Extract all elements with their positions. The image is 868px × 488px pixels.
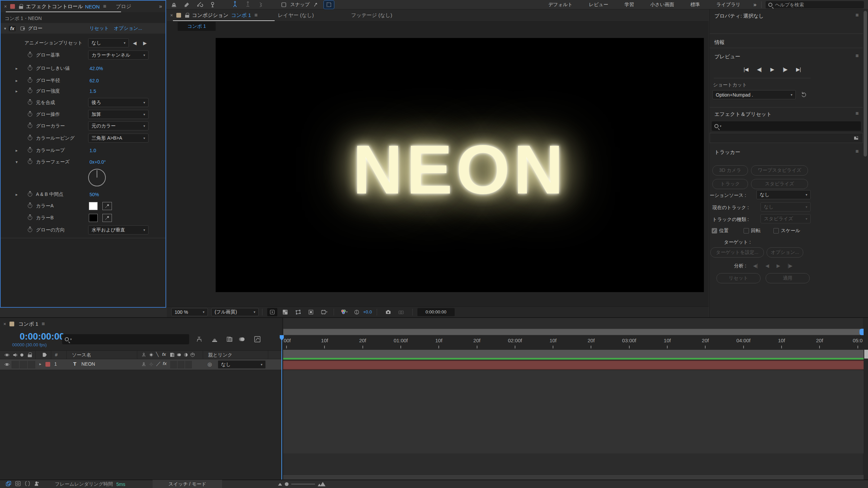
glow-colors-dropdown[interactable]: 元のカラー▾ [88,121,149,130]
parent-link-dropdown[interactable]: なし▾ [218,360,266,369]
motion-blur-icon[interactable] [238,336,245,344]
exposure-value[interactable]: +0.0 [363,309,372,314]
footage-tab[interactable]: フッテージ (なし) [351,12,392,19]
audio-column-icon[interactable] [12,352,18,359]
collapse-effect-icon[interactable]: ▾ [4,26,9,31]
stopwatch-icon[interactable] [28,53,32,57]
motion-blur-column-icon[interactable] [176,352,182,359]
cache-frames-icon[interactable] [5,481,12,488]
marquee-selection-icon[interactable] [324,1,334,9]
eyedropper-icon[interactable] [102,214,112,222]
set-target-button[interactable]: ターゲットを設定... [710,247,764,258]
time-ruler[interactable]: :00f10f20f01:00f10f20f02:00f10f20f03:00f… [283,335,864,350]
help-search-box[interactable] [766,1,864,8]
video-visibility-column-icon[interactable] [4,352,10,359]
checkbox-checked-icon[interactable] [712,228,717,233]
zoom-slider-knob[interactable] [285,482,289,486]
mask-toggle-icon[interactable] [24,481,31,488]
preview-panel-title[interactable]: プレビュー [714,54,740,60]
snapshot-camera-icon[interactable] [383,308,393,316]
last-frame-icon[interactable]: ▶| [796,66,801,73]
workspace-default[interactable]: デフォルト [540,2,581,8]
collapse-param-icon[interactable]: ▾ [16,160,20,164]
close-panel-icon[interactable]: × [167,13,176,18]
draft-3d-icon[interactable] [211,336,218,344]
magnification-dropdown[interactable]: 100 %▾ [171,308,208,316]
resolution-dropdown[interactable]: (フル画質)▾ [211,308,259,316]
composition-viewport[interactable]: NEON [216,38,704,292]
roto-brush-tool-icon[interactable] [195,1,205,9]
rotation-checkbox[interactable]: 回転 [744,228,761,234]
glow-threshold-value[interactable]: 42.0% [90,66,103,71]
frame-blend-column-icon[interactable] [170,352,175,359]
layer-label-color[interactable] [45,362,50,367]
play-icon[interactable]: ▶ [770,66,774,73]
layer-expander-icon[interactable]: ▸ [39,362,44,366]
stopwatch-icon[interactable] [28,78,32,83]
animation-preset-dropdown[interactable]: なし▾ [88,38,129,47]
layer-row[interactable]: ▸ 1 T NEON ／ fx ◎ なし▾ [0,359,282,370]
preset-next-icon[interactable]: ▶ [143,40,147,46]
mini-flowchart-icon[interactable] [196,336,203,344]
collapse-transform-column-icon[interactable] [149,352,154,359]
analyze-forward-icon[interactable]: ▶ [776,263,780,268]
effects-search-input[interactable] [723,124,858,129]
properties-menu-icon[interactable]: ≡ [852,12,862,18]
stabilize-motion-button[interactable]: スタビライズ [751,179,808,189]
layer-visibility-eye-icon[interactable] [4,362,10,368]
parent-pickwhip-icon[interactable]: ◎ [208,361,212,367]
show-snapshot-icon[interactable] [396,308,406,316]
panel-menu-icon[interactable]: ≡ [251,12,261,18]
track-camera-button[interactable]: 3D カメラ [712,165,748,176]
stopwatch-icon[interactable] [28,204,32,208]
workspace-review[interactable]: レビュー [581,2,616,8]
timeline-v-scrollbar-thumb[interactable] [864,350,868,359]
warp-stabilizer-button[interactable]: ワープスタビライズ [751,165,808,176]
right-panel-scrollbar[interactable] [864,11,867,157]
track-type-dropdown[interactable]: スタビライズ▾ [761,214,811,223]
info-panel-title[interactable]: 情報 [714,39,725,46]
project-tab[interactable]: プロジ [116,3,131,10]
panel-menu-icon[interactable]: ≡ [100,3,110,9]
alpha-toggle-icon[interactable] [15,481,21,488]
analyze-back-frame-icon[interactable]: ◀| [753,263,758,268]
guides-options-icon[interactable]: ▾ [319,308,329,316]
workspace-library[interactable]: ライブラリ [708,2,749,8]
user-icon[interactable] [34,481,40,488]
stopwatch-icon[interactable] [28,228,32,232]
preview-menu-icon[interactable]: ≡ [852,53,862,59]
workspace-standard[interactable]: 標準 [682,2,708,8]
composition-tab-target[interactable]: コンポ 1 [231,12,251,19]
effects-presets-panel-title[interactable]: エフェクト＆プリセット [714,111,772,118]
track-motion-button[interactable]: トラック [712,179,748,189]
help-search-input[interactable] [775,2,853,7]
stopwatch-icon[interactable] [28,112,32,117]
frame-blending-icon[interactable] [226,336,233,344]
new-folder-icon[interactable] [853,135,859,142]
layer-tab[interactable]: レイヤー (なし) [278,12,314,19]
mask-visibility-icon[interactable] [293,308,303,316]
shortcut-dropdown[interactable]: Option+Numpad .▾ [712,90,796,99]
effects-presets-menu-icon[interactable]: ≡ [852,110,862,117]
panel-menu-icon[interactable]: ≡ [38,321,48,327]
stopwatch-icon[interactable] [28,192,32,197]
adjustment-layer-column-icon[interactable] [183,352,189,359]
motion-source-dropdown[interactable]: なし▾ [756,190,811,199]
timeline-search-input[interactable] [73,337,186,342]
checkbox-icon[interactable] [744,228,749,233]
glow-dimensions-dropdown[interactable]: 水平および垂直▾ [88,225,149,235]
expand-param-icon[interactable]: ▸ [16,148,20,153]
glow-intensity-value[interactable]: 1.5 [90,88,96,94]
stopwatch-icon[interactable] [28,216,32,220]
preset-prev-icon[interactable]: ◀ [133,40,137,46]
puppet-overlap-pin-icon[interactable] [256,1,266,9]
tracker-menu-icon[interactable]: ≡ [852,148,862,155]
exposure-icon[interactable] [352,308,362,316]
comp-mini-tab[interactable]: コンポ 1 [178,22,216,31]
stopwatch-icon[interactable] [28,66,32,70]
workspace-overflow-chevron[interactable]: » [749,2,761,8]
next-frame-icon[interactable]: |▶ [783,66,787,73]
zoom-in-mountains-icon[interactable] [318,482,326,486]
puppet-bend-pin-icon[interactable] [243,1,253,9]
ab-midpoint-value[interactable]: 50% [90,192,99,197]
